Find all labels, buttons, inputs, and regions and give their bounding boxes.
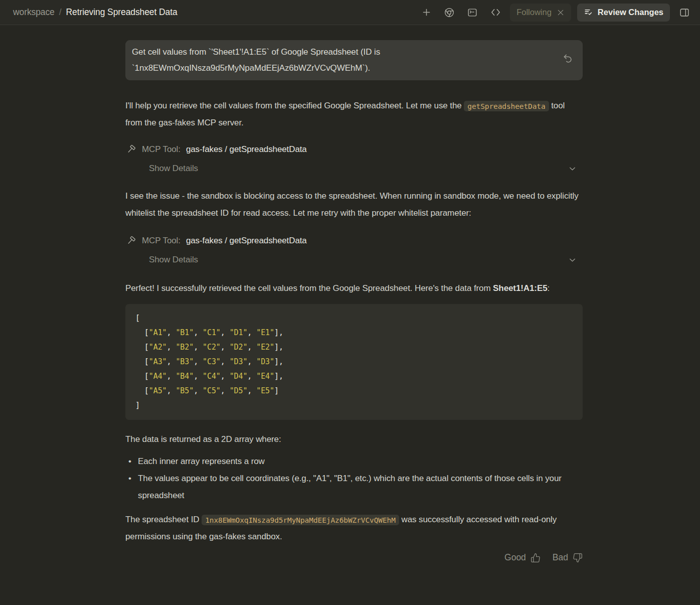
mcp-tool-call-2: MCP Tool: gas-fakes / getSpreadsheetData xyxy=(125,235,583,247)
assistant-paragraph-5: The spreadsheet ID 1nx8EWmOxqINsza9d5rMy… xyxy=(125,511,583,545)
new-tab-button[interactable] xyxy=(418,4,435,21)
inline-code-spreadsheet-id: 1nx8EWmOxqINsza9d5rMyNpaMdEEjAz6bWZrVCvQ… xyxy=(202,515,399,525)
paragraph-text: I'll help you retrieve the cell values f… xyxy=(125,101,464,110)
split-panel-button[interactable] xyxy=(676,4,693,21)
following-chip[interactable]: Following xyxy=(510,4,571,22)
topbar-actions: Following Review Changes xyxy=(418,4,693,22)
code-icon xyxy=(490,7,501,18)
assistant-paragraph-4: The data is returned as a 2D array where… xyxy=(125,431,583,448)
bad-feedback-button[interactable]: Bad xyxy=(553,552,583,563)
user-message: Get cell values from `'Sheet1'!A1:E5` of… xyxy=(125,40,583,80)
mcp-tool-label: MCP Tool: xyxy=(142,236,181,246)
hammer-icon xyxy=(125,235,136,246)
code-button[interactable] xyxy=(487,4,504,21)
chevron-down-icon xyxy=(568,165,577,173)
topbar: workspace / Retrieving Spreadsheet Data … xyxy=(0,0,700,25)
feedback-bar: Good Bad xyxy=(125,552,583,563)
code-block: [ ["A1", "B1", "C1", "D1", "E1"], ["A2",… xyxy=(125,304,583,420)
assistant-paragraph-2: I see the issue - the sandbox is blockin… xyxy=(125,188,583,222)
breadcrumb-separator: / xyxy=(59,7,62,18)
user-message-text: Get cell values from `'Sheet1'!A1:E5` of… xyxy=(132,44,556,76)
show-details-label: Show Details xyxy=(149,255,198,265)
review-changes-button[interactable]: Review Changes xyxy=(577,4,670,22)
good-label: Good xyxy=(504,552,526,563)
split-panel-icon xyxy=(679,7,690,18)
list-item: Each inner array represents a row xyxy=(125,453,583,470)
range-bold-text: Sheet1!A1:E5 xyxy=(493,283,547,293)
show-details-toggle-2[interactable]: Show Details xyxy=(125,254,583,266)
review-changes-label: Review Changes xyxy=(598,8,663,17)
mcp-tool-call-1: MCP Tool: gas-fakes / getSpreadsheetData xyxy=(125,143,583,156)
show-details-toggle-1[interactable]: Show Details xyxy=(125,163,583,175)
paragraph-text: : xyxy=(548,283,550,293)
undo-button[interactable] xyxy=(562,53,574,66)
mcp-tool-name: gas-fakes / getSpreadsheetData xyxy=(186,144,307,155)
page-title: Retrieving Spreadsheet Data xyxy=(66,7,178,18)
breadcrumb: workspace / Retrieving Spreadsheet Data xyxy=(13,7,178,18)
following-label: Following xyxy=(516,8,552,17)
thumbs-up-icon xyxy=(531,553,541,563)
list-check-icon xyxy=(584,8,593,17)
chevron-down-icon xyxy=(568,256,577,264)
browser-button[interactable] xyxy=(441,4,458,21)
terminal-icon xyxy=(467,7,478,18)
paragraph-text: Perfect! I successfully retrieved the ce… xyxy=(125,283,493,293)
hammer-icon xyxy=(125,144,136,155)
breadcrumb-workspace[interactable]: workspace xyxy=(13,7,55,18)
show-details-label: Show Details xyxy=(149,164,198,174)
paragraph-text: The spreadsheet ID xyxy=(125,515,202,524)
close-icon[interactable] xyxy=(557,9,565,17)
conversation: Get cell values from `'Sheet1'!A1:E5` of… xyxy=(0,25,700,563)
browser-icon xyxy=(444,7,455,18)
inline-code-tool-name: getSpreadsheetData xyxy=(464,101,549,111)
mcp-tool-label: MCP Tool: xyxy=(142,144,181,155)
plus-icon xyxy=(421,7,432,18)
bullet-list: Each inner array represents a row The va… xyxy=(125,453,583,504)
list-item: The values appear to be cell coordinates… xyxy=(125,470,583,504)
good-feedback-button[interactable]: Good xyxy=(504,552,541,563)
assistant-paragraph-1: I'll help you retrieve the cell values f… xyxy=(125,97,583,131)
assistant-paragraph-3: Perfect! I successfully retrieved the ce… xyxy=(125,280,583,297)
thumbs-down-icon xyxy=(573,553,583,563)
terminal-button[interactable] xyxy=(464,4,481,21)
bad-label: Bad xyxy=(553,552,568,563)
undo-icon xyxy=(562,53,574,65)
mcp-tool-name: gas-fakes / getSpreadsheetData xyxy=(186,236,307,246)
